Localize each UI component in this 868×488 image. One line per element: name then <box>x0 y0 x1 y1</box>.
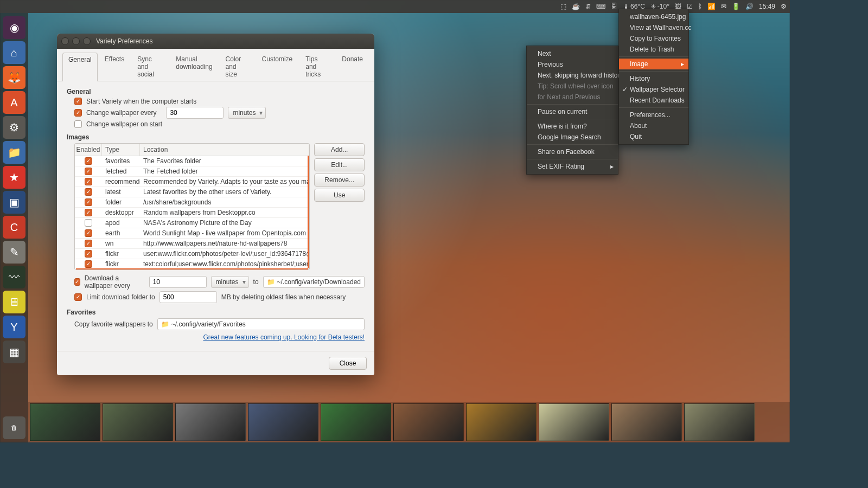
launcher-firefox[interactable]: 🦊 <box>3 66 25 89</box>
menu-item[interactable]: Pause on current <box>527 106 618 117</box>
favorites-path-field[interactable]: 📁~/.config/variety/Favorites <box>157 318 365 330</box>
source-enabled-checkbox[interactable] <box>85 188 92 196</box>
window-titlebar[interactable]: Variety Preferences <box>57 34 374 49</box>
menu-item[interactable]: Next <box>527 48 618 59</box>
menu-item[interactable]: Quit <box>619 131 688 142</box>
wallpaper-thumb[interactable] <box>611 403 682 441</box>
volume-icon[interactable]: 🔊 <box>745 3 754 10</box>
start-on-boot-checkbox[interactable] <box>74 98 82 105</box>
keyboard-icon[interactable]: ⌨ <box>596 3 605 10</box>
wallpaper-thumb[interactable] <box>321 403 391 441</box>
beta-link[interactable]: Great new features coming up. Looking fo… <box>67 333 365 341</box>
close-icon[interactable] <box>61 37 69 45</box>
table-row[interactable]: favoritesThe Favorites folder <box>75 156 309 166</box>
source-enabled-checkbox[interactable] <box>85 198 92 206</box>
download-every-unit-combo[interactable]: minutes <box>211 276 249 288</box>
add-button[interactable]: Add... <box>314 143 365 156</box>
limit-folder-checkbox[interactable] <box>74 293 82 301</box>
change-on-start-checkbox[interactable] <box>74 120 82 128</box>
tab-tips-and-tricks[interactable]: Tips and tricks <box>299 52 335 81</box>
launcher-monitor[interactable]: 〰 <box>3 266 25 288</box>
tab-effects[interactable]: Effects <box>99 52 130 81</box>
col-location[interactable]: Location <box>140 144 309 156</box>
wallpaper-thumb[interactable] <box>539 403 609 441</box>
minimize-icon[interactable] <box>72 37 80 45</box>
launcher-text-editor[interactable]: ✎ <box>3 241 25 264</box>
source-enabled-checkbox[interactable] <box>85 260 92 268</box>
menu-item[interactable]: History <box>619 73 688 84</box>
archive-icon[interactable]: 🗄 <box>611 3 617 10</box>
table-row[interactable]: latestLatest favorites by the other user… <box>75 187 309 197</box>
source-enabled-checkbox[interactable] <box>85 250 92 258</box>
wallpaper-thumb[interactable] <box>684 403 755 441</box>
network-icon[interactable]: 📶 <box>707 3 716 10</box>
change-every-checkbox[interactable] <box>74 109 82 117</box>
change-every-input[interactable] <box>166 107 224 119</box>
table-row[interactable]: flickruser:www.flickr.com/photos/peter-l… <box>75 249 309 259</box>
wallpaper-thumb[interactable] <box>466 403 537 441</box>
launcher-folder[interactable]: 📁 <box>3 141 25 164</box>
wallpaper-thumb[interactable] <box>393 403 464 441</box>
table-row[interactable]: wnhttp://www.wallpapers.net/nature-hd-wa… <box>75 239 309 249</box>
source-enabled-checkbox[interactable] <box>85 209 92 216</box>
tab-customize[interactable]: Customize <box>256 52 299 81</box>
sources-table[interactable]: Enabled Type Location favoritesThe Favor… <box>74 143 310 270</box>
scrollbar[interactable] <box>308 156 309 268</box>
battery-icon[interactable]: 🔋 <box>732 3 740 10</box>
menu-item[interactable]: Next, skipping forward history <box>527 70 618 81</box>
mail-icon[interactable]: ✉ <box>721 3 726 10</box>
edit-button[interactable]: Edit... <box>314 158 365 171</box>
launcher-yppa[interactable]: Y <box>3 316 25 338</box>
tab-donate[interactable]: Donate <box>336 52 369 81</box>
trash-icon[interactable]: 🗑 <box>3 416 25 439</box>
launcher-dash[interactable]: ◉ <box>3 16 25 39</box>
menu-item[interactable]: wallhaven-6455.jpg <box>619 11 688 22</box>
launcher-app-c[interactable]: C <box>3 216 25 239</box>
menu-item[interactable]: Delete to Trash <box>619 44 688 55</box>
table-row[interactable]: apodNASA's Astronomy Picture of the Day <box>75 218 309 228</box>
bluetooth-icon[interactable]: ᛒ <box>698 3 702 10</box>
launcher-software[interactable]: A <box>3 91 25 114</box>
wallpaper-thumb[interactable] <box>103 403 173 441</box>
menu-item[interactable]: Google Image Search <box>527 132 618 143</box>
col-enabled[interactable]: Enabled <box>75 144 102 156</box>
change-every-unit-combo[interactable]: minutes <box>228 107 266 119</box>
table-row[interactable]: desktopprRandom wallpapers from Desktopp… <box>75 208 309 218</box>
download-every-checkbox[interactable] <box>74 278 80 286</box>
wallpaper-thumb[interactable] <box>30 403 100 441</box>
tab-color-and-size[interactable]: Color and size <box>220 52 255 81</box>
menu-item[interactable]: Set EXIF Rating <box>527 161 618 172</box>
download-every-input[interactable] <box>149 276 207 288</box>
menu-item[interactable]: Wallpaper Selector <box>619 84 688 95</box>
launcher-variety[interactable]: 🖥 <box>3 291 25 313</box>
source-enabled-checkbox[interactable] <box>85 229 92 237</box>
use-button[interactable]: Use <box>314 189 365 202</box>
launcher-workspace[interactable]: ▦ <box>3 341 25 363</box>
clock[interactable]: 15:49 <box>759 3 775 10</box>
table-row[interactable]: fetchedThe Fetched folder <box>75 166 309 177</box>
close-button[interactable]: Close <box>329 357 367 370</box>
menu-item[interactable]: Copy to Favorites <box>619 33 688 44</box>
source-enabled-checkbox[interactable] <box>85 157 92 165</box>
launcher-files[interactable]: ⌂ <box>3 41 25 64</box>
launcher-wunderlist[interactable]: ★ <box>3 166 25 189</box>
menu-item[interactable]: Preferences... <box>619 110 688 120</box>
menu-item[interactable]: About <box>619 120 688 131</box>
menu-item[interactable]: Share on Facebook <box>527 146 618 157</box>
source-enabled-checkbox[interactable] <box>85 219 92 227</box>
col-type[interactable]: Type <box>102 144 140 156</box>
source-enabled-checkbox[interactable] <box>85 178 92 185</box>
remove-button[interactable]: Remove... <box>314 174 365 187</box>
menu-item[interactable]: Image <box>619 59 688 69</box>
limit-folder-input[interactable] <box>159 291 217 303</box>
wallpaper-thumb[interactable] <box>248 403 318 441</box>
tab-general[interactable]: General <box>62 53 98 81</box>
dropbox-icon[interactable]: ⬚ <box>560 3 566 10</box>
tab-sync-and-social[interactable]: Sync and social <box>131 52 169 81</box>
launcher-settings[interactable]: ⚙ <box>3 116 25 139</box>
gear-icon[interactable]: ⚙ <box>781 3 787 10</box>
upload-icon[interactable]: ⇵ <box>585 3 591 10</box>
menu-item[interactable]: Previous <box>527 59 618 70</box>
menu-item[interactable]: Recent Downloads <box>619 95 688 106</box>
maximize-icon[interactable] <box>83 37 91 45</box>
